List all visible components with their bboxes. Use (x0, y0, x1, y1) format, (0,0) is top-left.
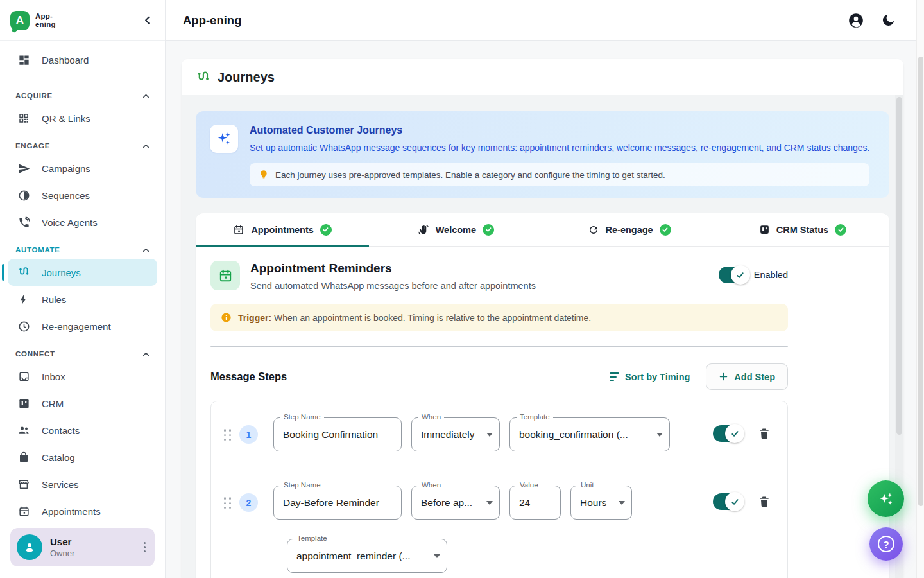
sort-icon (610, 372, 619, 381)
scrollbar-thumb[interactable] (896, 97, 902, 435)
step-enabled-toggle[interactable] (713, 425, 742, 442)
banner-tip-text: Each journey uses pre-approved templates… (275, 170, 665, 180)
check-circle-icon (660, 224, 671, 236)
sidebar-section-automate[interactable]: AUTOMATE (8, 236, 157, 259)
sort-by-timing-button[interactable]: Sort by Timing (610, 372, 690, 382)
drag-handle-icon[interactable] (224, 497, 232, 509)
sidebar-item-contacts[interactable]: Contacts (8, 417, 157, 444)
chevron-up-icon (141, 245, 151, 255)
waving-hand-icon (418, 224, 429, 236)
sidebar: A App- ening Dashboard ACQUIRE QR & Lin (0, 0, 166, 578)
field-label: Unit (578, 481, 597, 489)
check-circle-icon (320, 224, 332, 236)
sidebar-item-label: Rules (42, 294, 66, 305)
sidebar-item-appointments[interactable]: Appointments (8, 498, 157, 521)
step-enabled-toggle[interactable] (713, 493, 742, 510)
dropdown-arrow-icon (656, 433, 663, 437)
sidebar-item-rules[interactable]: Rules (8, 286, 157, 313)
sparkles-badge (210, 125, 238, 153)
people-icon (17, 424, 31, 437)
field-label: Step Name (280, 481, 324, 489)
sidebar-item-label: CRM (42, 398, 64, 409)
sidebar-item-services[interactable]: Services (8, 471, 157, 498)
sidebar-item-label: Dashboard (42, 55, 89, 66)
tab-welcome[interactable]: Welcome (369, 213, 542, 246)
add-step-button[interactable]: Add Step (706, 363, 788, 390)
field-value: appointment_reminder (... (287, 539, 447, 572)
field-value: 24 (510, 486, 560, 519)
step-name-input[interactable]: Step Name Day-Before Reminder (273, 486, 402, 520)
template-select[interactable]: Template booking_confirmation (... (509, 417, 670, 451)
tab-appointments[interactable]: Appointments (196, 213, 369, 246)
sidebar-item-campaigns[interactable]: Campaigns (8, 155, 157, 182)
step-actions (713, 493, 771, 510)
storefront-icon (17, 478, 31, 491)
enabled-toggle[interactable] (719, 267, 748, 283)
divider (0, 80, 165, 80)
unit-select[interactable]: Unit Hours (570, 486, 632, 520)
section-subtitle: Send automated WhatsApp messages before … (250, 281, 536, 291)
scrollbar-thumb[interactable] (918, 57, 923, 506)
sidebar-collapse-button[interactable] (141, 14, 153, 26)
template-select[interactable]: Template appointment_reminder (... (287, 539, 447, 573)
when-select[interactable]: When Before ap... (411, 486, 500, 520)
delete-step-button[interactable] (758, 495, 771, 508)
user-card[interactable]: User Owner (10, 528, 155, 566)
lightning-bolt-icon (17, 294, 31, 305)
check-icon (735, 270, 745, 280)
tab-re-engage[interactable]: Re-engage (543, 213, 716, 246)
page-card: Journeys Automated Customer Journeys Set… (182, 59, 903, 578)
user-menu-button[interactable] (140, 538, 150, 557)
step-name-input[interactable]: Step Name Booking Confirmation (273, 417, 402, 451)
delete-step-button[interactable] (758, 427, 771, 440)
sidebar-item-re-engagement[interactable]: Re-engagement (8, 313, 157, 340)
reminders-section-header: Appointment Reminders Send automated Wha… (210, 261, 788, 291)
sidebar-item-crm[interactable]: CRM (8, 390, 157, 417)
sidebar-item-inbox[interactable]: Inbox (8, 363, 157, 390)
sidebar-item-qr-links[interactable]: QR & Links (8, 105, 157, 132)
user-meta: User Owner (50, 536, 132, 558)
divider (210, 346, 788, 347)
sidebar-section-acquire[interactable]: ACQUIRE (8, 82, 157, 105)
trigger-banner: Trigger: When an appointment is booked. … (210, 304, 788, 331)
tab-crm-status[interactable]: CRM Status (716, 213, 889, 246)
send-icon (17, 162, 31, 175)
sidebar-item-label: Journeys (42, 267, 81, 278)
trigger-body: When an appointment is booked. Timing is… (271, 313, 591, 323)
app-logo[interactable]: A App- ening (10, 11, 56, 30)
journeys-icon (196, 70, 210, 85)
sidebar-item-voice-agents[interactable]: Voice Agents (8, 209, 157, 236)
sidebar-item-sequences[interactable]: Sequences (8, 182, 157, 209)
dropdown-arrow-icon (486, 433, 493, 437)
value-input[interactable]: Value 24 (509, 486, 561, 520)
sidebar-item-dashboard[interactable]: Dashboard (8, 46, 157, 73)
sidebar-item-catalog[interactable]: Catalog (8, 444, 157, 471)
message-steps-header: Message Steps Sort by Timing Add Step (210, 363, 788, 390)
account-button[interactable] (848, 12, 864, 29)
enabled-label: Enabled (754, 270, 788, 280)
kanban-icon (759, 224, 770, 235)
dark-mode-toggle[interactable] (881, 13, 896, 28)
user-name: User (50, 536, 132, 547)
sidebar-section-connect[interactable]: CONNECT (8, 340, 157, 363)
banner-tip: Each journey uses pre-approved templates… (250, 163, 869, 186)
step-row-2: 2 Step Name Day-Before Reminder When Bef… (211, 469, 787, 578)
sidebar-item-journeys[interactable]: Journeys (8, 259, 157, 286)
dropdown-arrow-icon (434, 554, 440, 558)
when-select[interactable]: When Immediately (411, 417, 500, 451)
field-label: When (418, 481, 444, 489)
chevron-left-icon (141, 14, 153, 26)
ai-assistant-button[interactable] (868, 480, 904, 517)
banner-description: Set up automatic WhatsApp message sequen… (250, 141, 869, 155)
check-icon (730, 497, 740, 507)
sidebar-item-label: QR & Links (42, 113, 90, 124)
person-icon (22, 539, 37, 555)
sidebar-section-engage[interactable]: ENGAGE (8, 132, 157, 155)
page-title-bar: Journeys (182, 59, 903, 95)
drag-handle-icon[interactable] (224, 429, 232, 441)
sidebar-item-label: Contacts (42, 425, 80, 436)
window-scrollbar[interactable] (916, 0, 924, 578)
help-button[interactable]: ? (869, 527, 903, 561)
sidebar-item-label: Inbox (42, 371, 65, 382)
tab-label: Welcome (436, 225, 476, 235)
